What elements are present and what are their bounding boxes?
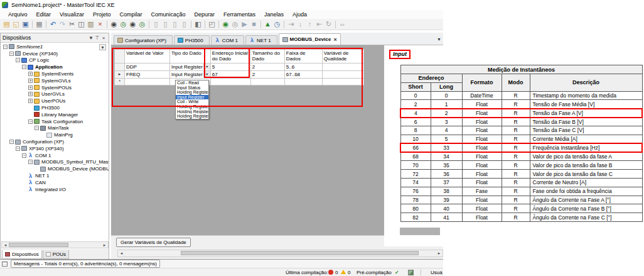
toolbar-icon[interactable]	[203, 19, 207, 29]
cell-variavel-qualidade[interactable]	[322, 71, 363, 79]
tree-item-userpous[interactable]: + UserPOUs	[1, 97, 109, 104]
panel-tab-pous[interactable]: POUs	[43, 250, 69, 259]
cell-tipo-dado[interactable]: Input Register▾	[170, 71, 211, 79]
tree-item-mainprg[interactable]: MainPrg	[1, 131, 109, 138]
new-window-icon[interactable]: ◰	[207, 19, 217, 29]
tree-item-modbus-symbol-rtu-master[interactable]: − MODBUS_Symbol_RTU_Maste	[1, 159, 109, 166]
cell-faixa-dados[interactable]: 67..68	[284, 71, 322, 79]
menu-compilar[interactable]: Compilar	[115, 10, 146, 19]
editor-tab-modbus-device[interactable]: MODBUS_Device ×	[279, 33, 341, 45]
tree-item-can[interactable]: λ CAN	[1, 179, 109, 186]
tree-item-cp-logic[interactable]: − CP Logic	[1, 57, 109, 64]
tree-item-systemgvls[interactable]: + SystemGVLs	[1, 77, 109, 84]
combo-dropdown-icon[interactable]: ▾	[203, 63, 210, 70]
editor-tab-configuration-xp[interactable]: Configuration (XP)	[114, 35, 173, 45]
tree-item-library-manager[interactable]: Library Manager	[1, 111, 109, 118]
flow-control-icon[interactable]: ⇔	[338, 19, 347, 29]
tree-item-maintask[interactable]: − MainTask	[1, 125, 109, 132]
reset-icon[interactable]: ↻	[324, 19, 333, 29]
tree-item-integrated-io[interactable]: λ Integrated I/O	[1, 186, 109, 193]
dropdown-option[interactable]: Input Register	[176, 95, 208, 100]
gerar-variaveis-button[interactable]: Gerar Variáveis de Qualidade	[116, 238, 191, 247]
toolbar-icon[interactable]	[30, 19, 35, 29]
menu-projeto[interactable]: Projeto	[89, 10, 115, 19]
scroll-right-icon[interactable]: ▸	[101, 242, 108, 248]
cell-endereco-inicial[interactable]: 5	[210, 63, 250, 71]
expander-icon[interactable]: +	[28, 79, 33, 83]
login-icon[interactable]: ◉	[221, 19, 230, 29]
menu-ferramentas[interactable]: Ferramentas	[219, 10, 260, 19]
expander-icon[interactable]: −	[22, 65, 26, 69]
expander-icon[interactable]: −	[22, 153, 26, 158]
dropdown-option[interactable]: Coil - Read	[176, 80, 208, 86]
cell-variavel-valor[interactable]: DDP	[125, 63, 170, 71]
expander-icon[interactable]: +	[28, 99, 33, 103]
expander-icon[interactable]: −	[16, 146, 20, 151]
combo-dropdown-icon[interactable]: ▾	[203, 71, 210, 77]
expander-icon[interactable]: +	[28, 72, 33, 76]
cell-tamanho-dado[interactable]	[250, 79, 284, 86]
scroll-left-icon[interactable]: ◂	[2, 242, 9, 248]
logout-icon[interactable]: ◎	[230, 19, 240, 29]
run-to-cursor-icon[interactable]: ⇤	[314, 19, 324, 29]
panel-tab-dispositivos[interactable]: Dispositivos	[2, 250, 42, 259]
dropdown-option[interactable]: Input Status	[176, 86, 208, 91]
copy-icon[interactable]: ◫	[77, 19, 86, 29]
tree-item-ph3500[interactable]: PH3500	[1, 104, 109, 111]
clock-icon[interactable]: ◷	[272, 19, 282, 29]
tree-item-semnome1[interactable]: − SemNome1	[1, 43, 109, 50]
cell-endereco-inicial[interactable]: 67	[210, 71, 250, 79]
stop-icon[interactable]: ■	[249, 19, 259, 29]
expander-icon[interactable]: −	[35, 126, 39, 130]
bookmark-next-icon[interactable]: ▯	[161, 19, 170, 29]
tree-item-systempous[interactable]: + SystemPOUs	[1, 84, 109, 91]
scrollbar-thumb[interactable]	[181, 251, 419, 255]
tree-item-net1[interactable]: λ NET 1	[1, 172, 109, 179]
run-icon[interactable]: ▶	[240, 19, 249, 29]
paste-icon[interactable]: ▥	[86, 19, 95, 29]
toolbar-icon[interactable]	[217, 19, 221, 29]
dropdown-option[interactable]: Holding Register - M	[176, 109, 208, 114]
toolbar-icon[interactable]	[105, 19, 109, 29]
copy-all-icon[interactable]: ◧	[193, 19, 203, 29]
tab-list-dropdown-icon[interactable]: ▼	[437, 37, 441, 41]
cell-faixa-dados[interactable]: 5..6	[284, 63, 322, 71]
menu-depurar[interactable]: Depurar	[190, 10, 219, 19]
tree-item-configuration-xp[interactable]: − Configuration (XP)	[1, 138, 109, 145]
editor-tab-net1[interactable]: λ NET 1	[245, 35, 277, 45]
open-folder-icon[interactable]: ◱	[11, 19, 21, 29]
replace-in-project-icon[interactable]: ◎	[137, 19, 147, 29]
bookmark-prev-icon[interactable]: ▯	[170, 19, 180, 29]
dropdown-option[interactable]: Holding Register - M	[176, 114, 208, 119]
pin-icon[interactable]: ⊤	[94, 35, 100, 41]
build-icon[interactable]: ▲	[263, 19, 272, 29]
cell-tipo-dado[interactable]: Input Register▾	[170, 63, 211, 71]
expander-icon[interactable]: +	[28, 92, 33, 96]
close-tab-icon[interactable]: ×	[333, 36, 336, 43]
cell-variavel-valor[interactable]	[125, 79, 170, 86]
expander-icon[interactable]: −	[3, 45, 8, 49]
tree-item-modbus-device[interactable]: MODBUS_Device (MODBUS	[1, 165, 109, 172]
cell-faixa-dados[interactable]	[284, 79, 322, 86]
dropdown-option[interactable]: Coil - Write	[176, 99, 208, 104]
editor-tab-ph3500[interactable]: PH3500	[174, 35, 210, 45]
cell-variavel-valor[interactable]: FREQ	[125, 71, 170, 79]
cut-icon[interactable]: ✂	[67, 19, 77, 29]
redo-icon[interactable]: ↷	[58, 19, 67, 29]
step-over-icon[interactable]: ⇥	[286, 19, 296, 29]
expander-icon[interactable]: −	[16, 58, 20, 62]
bookmark-clear-icon[interactable]: ▯	[180, 19, 189, 29]
menu-janelas[interactable]: Janelas	[260, 10, 288, 19]
scroll-left-icon[interactable]: ◂	[118, 250, 125, 256]
editor-hscrollbar[interactable]: ◂ ▸	[117, 250, 443, 257]
cell-endereco-inicial[interactable]	[210, 79, 250, 86]
devices-panel-hscrollbar[interactable]: ◂ ▸	[1, 241, 109, 248]
bookmark-toggle-icon[interactable]: ▯	[151, 19, 161, 29]
dropdown-option[interactable]: Holding Register - W	[176, 104, 208, 109]
expander-icon[interactable]: −	[28, 160, 33, 164]
toolbar-icon[interactable]	[282, 19, 286, 29]
tree-item-systemevents[interactable]: + SystemEvents	[1, 70, 109, 77]
tree-item-task-configuration[interactable]: − Task Configuration	[1, 118, 109, 125]
delete-icon[interactable]: ×	[95, 19, 105, 29]
messages-summary[interactable]: Mensagens - Totais 0 erro(s), 0 advertên…	[11, 260, 160, 268]
